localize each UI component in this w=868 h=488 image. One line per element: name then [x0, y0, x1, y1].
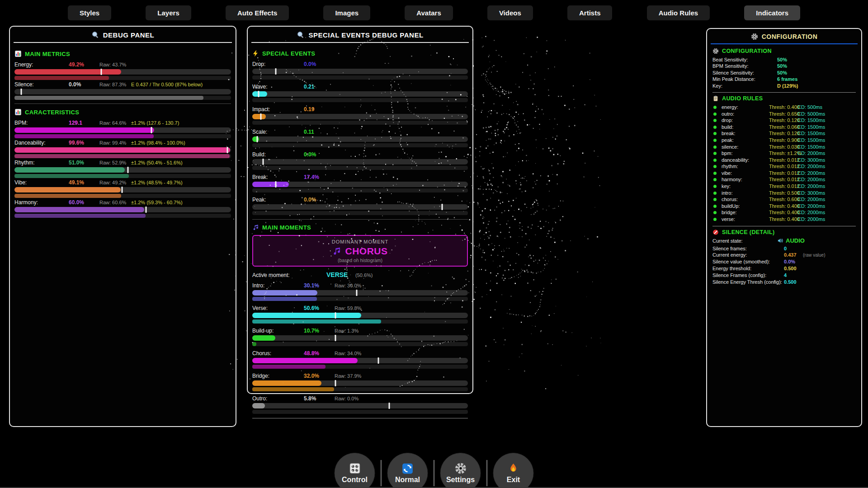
bar-chart-icon — [14, 108, 22, 116]
moment-raw: Raw: 0.0% — [335, 396, 359, 401]
audio-rule-row: harmony: Thresh: 0.012 CD: 2000ms — [712, 177, 856, 183]
special-events-panel-title-text: SPECIAL EVENTS DEBUG PANEL — [308, 31, 423, 39]
normal-button[interactable]: Normal — [387, 453, 428, 488]
moment-row: Bridge: 32.0% Raw: 37.9% — [252, 373, 468, 391]
moment-label: Intro: — [252, 282, 264, 289]
tab-indicators[interactable]: Indicators — [744, 5, 800, 20]
magnifier-icon — [91, 31, 99, 39]
moment-raw: Raw: 30.0% — [335, 283, 361, 288]
event-marker — [260, 113, 261, 120]
silence-detail-label: Silence Frames (config): — [712, 272, 766, 278]
settings-button[interactable]: Settings — [440, 453, 481, 488]
event-marker — [275, 68, 277, 75]
config-row: Silence Sensitivity: 50% — [712, 70, 856, 76]
audio-rule-row: build: Thresh: 0.060 CD: 1500ms — [712, 124, 856, 131]
tab-artists[interactable]: Artists — [567, 5, 613, 20]
rule-cooldown: CD: 1500ms — [797, 117, 825, 123]
silence-detail-label: Silence frames: — [712, 246, 747, 251]
config-value: 50% — [777, 70, 787, 75]
tab-styles[interactable]: Styles — [68, 5, 111, 20]
rule-threshold: Thresh: 0.400 — [769, 210, 800, 215]
moments-list: Intro: 30.1% Raw: 30.0% — [252, 282, 468, 414]
metric-row: Danceability: 99.6% Raw: 99.4% ±1.2% (98… — [14, 140, 231, 158]
tab-auto-effects[interactable]: Auto Effects — [226, 5, 289, 20]
moment-bar — [252, 313, 468, 318]
lightning-icon — [252, 50, 259, 57]
silence-detail-row: Silence value (smoothed): 0.0% — [712, 259, 856, 266]
rule-threshold: Thresh: 0.012 — [769, 170, 800, 176]
event-value: 0.21 — [304, 84, 314, 90]
metric-raw: Raw: 49.2% — [99, 180, 126, 185]
moment-row: Chorus: 48.8% Raw: 34.0% — [252, 350, 468, 369]
main-moments-header: MAIN MOMENTS — [252, 224, 468, 231]
music-notes-icon — [332, 247, 341, 256]
metric-label: Rhythm: — [14, 160, 35, 166]
rule-cooldown: CD: 1500ms — [797, 124, 825, 130]
configuration-panel-title-text: CONFIGURATION — [762, 33, 818, 40]
rule-name: danceability: — [722, 157, 749, 163]
metric-raw-bar — [14, 174, 231, 178]
event-row: Drop: 0.0% — [252, 61, 468, 80]
rule-name: buildUp: — [722, 203, 740, 209]
dominant-moment-note: (based on histogram) — [253, 258, 467, 263]
rule-name: chorus: — [722, 197, 738, 202]
tab-audio-rules[interactable]: Audio Rules — [647, 5, 710, 20]
rule-status-dot — [713, 139, 717, 142]
silence-detail-value: 0.437 — [784, 252, 797, 258]
top-nav: Styles Layers Auto Effects Images Avatar… — [68, 5, 800, 20]
dominant-moment-box: DOMINANT MOMENT CHORUS (based on histogr… — [252, 235, 468, 267]
metric-marker — [146, 206, 147, 213]
rule-name: intro: — [722, 190, 732, 196]
exit-button[interactable]: Exit — [493, 453, 534, 488]
tab-avatars[interactable]: Avatars — [405, 5, 453, 20]
moment-marker — [335, 312, 336, 319]
rule-cooldown: CD: 500ms — [797, 104, 822, 110]
rule-status-dot — [713, 172, 717, 175]
metric-raw-bar — [14, 76, 231, 80]
rule-name: energy: — [722, 104, 738, 110]
active-moment-row: Active moment: VERSE (50.6%) — [252, 272, 468, 280]
rule-cooldown: CD: 1500ms — [797, 131, 825, 136]
metric-raw-bar — [14, 96, 231, 100]
rule-status-dot — [713, 132, 717, 135]
special-events-list: Drop: 0.0% Wave: — [252, 61, 468, 215]
rule-threshold: Thresh: 0.012 — [769, 183, 800, 189]
audio-rule-row: break: Thresh: 0.120 CD: 1500ms — [712, 131, 856, 137]
tab-images[interactable]: Images — [323, 5, 370, 20]
config-row: Key: D (129%) — [712, 83, 856, 89]
audio-rules-header: AUDIO RULES — [712, 95, 856, 102]
silence-detail-label: Energy threshold: — [712, 266, 751, 271]
metric-row: Harmony: 60.0% Raw: 60.6% ±1.2% (59.3% -… — [14, 199, 231, 218]
moment-label: Chorus: — [252, 350, 271, 357]
event-row: Break: 17.4% — [252, 174, 468, 192]
gear-icon — [712, 48, 719, 54]
rule-cooldown: CD: 2000ms — [797, 183, 825, 189]
moment-bar — [252, 358, 468, 363]
event-bar — [252, 159, 468, 164]
silence-detail-label: Current energy: — [712, 252, 747, 258]
silence-detail-value: 0.0% — [784, 259, 795, 264]
metric-label: Vibe: — [14, 179, 27, 186]
silence-detail-label: Silence Energy Thresh (config): — [712, 279, 782, 285]
metric-marker — [226, 147, 228, 153]
metric-bar — [14, 69, 231, 75]
event-row: Wave: 0.21 — [252, 84, 468, 102]
event-value: 0.0% — [304, 151, 316, 158]
rule-name: break: — [722, 131, 736, 136]
moment-raw-bar — [252, 365, 468, 369]
silence-detail-suffix: (raw value) — [803, 253, 825, 258]
rule-threshold: Thresh: 0.600 — [769, 197, 800, 202]
dominant-moment-value: CHORUS — [253, 246, 467, 257]
audio-rule-row: bridge: Thresh: 0.400 CD: 2000ms — [712, 210, 856, 216]
control-button[interactable]: Control — [335, 453, 375, 488]
metric-value: 51.0% — [69, 160, 84, 166]
event-label: Impact: — [252, 106, 270, 113]
moment-marker — [378, 357, 379, 364]
tab-videos[interactable]: Videos — [487, 5, 533, 20]
event-row: Impact: 0.19 — [252, 106, 468, 125]
metric-row: Energy: 49.2% Raw: 43.7% — [14, 61, 231, 80]
event-marker — [441, 204, 443, 210]
silence-detail-header: SILENCE (DETAIL) — [712, 229, 856, 235]
tab-layers[interactable]: Layers — [146, 5, 191, 20]
silence-detail-row: Silence frames: 0 — [712, 246, 856, 253]
